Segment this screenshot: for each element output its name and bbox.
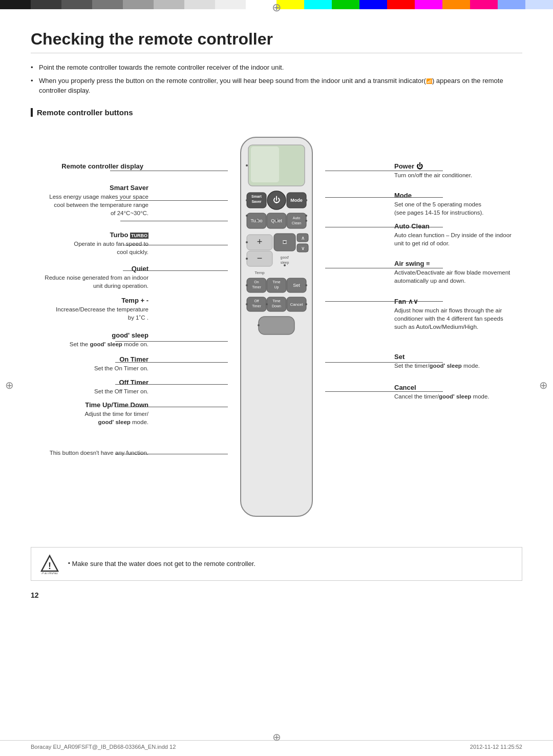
intro-bullets: Point the remote controller towards the … — [31, 62, 522, 96]
label-on-timer: On Timer Set the On Timer on. — [41, 355, 148, 372]
svg-text:∨: ∨ — [301, 245, 305, 251]
svg-text:On: On — [254, 280, 259, 284]
diagram-area: Remote controller display Smart Saver Le… — [31, 132, 522, 532]
svg-rect-2 — [251, 146, 279, 182]
label-set: Set Set the timer/good' sleep mode. — [394, 352, 512, 370]
reg-mark-right: ⊕ — [539, 379, 548, 391]
svg-point-56 — [284, 264, 286, 266]
remote-control: Smart Saver ⏻ Mode Turbo Quiet Auto Clea… — [225, 132, 328, 523]
svg-text:sleep: sleep — [281, 261, 289, 265]
label-auto-clean: Auto Clean Auto clean function – Dry ins… — [394, 222, 512, 247]
connector-autoclean-r — [325, 227, 443, 227]
bullet-1: Point the remote controller towards the … — [31, 62, 522, 73]
svg-point-59 — [266, 303, 268, 305]
svg-text:⏻: ⏻ — [273, 196, 280, 204]
label-good-sleep: good' sleep Set the good' sleep mode on. — [41, 331, 148, 348]
svg-text:Time: Time — [272, 280, 280, 284]
svg-text:Temp: Temp — [254, 270, 265, 275]
svg-point-62 — [305, 199, 307, 201]
caution-text: • Make sure that the water does not get … — [68, 560, 256, 568]
connector-temp — [123, 270, 228, 271]
svg-point-67 — [305, 303, 307, 305]
label-no-function: This button doesn't have any function. — [41, 449, 148, 457]
label-temp: Temp + - Increase/Decrease the temperatu… — [41, 296, 148, 322]
svg-text:Smart: Smart — [251, 195, 262, 198]
svg-point-55 — [246, 258, 248, 260]
label-air-swing: Air swing ≡ Activate/Deactivate air flow… — [394, 259, 512, 285]
svg-text:Cancel: Cancel — [290, 302, 303, 307]
connector-turbo — [120, 221, 228, 221]
svg-text:∧: ∧ — [301, 235, 305, 241]
svg-rect-48 — [259, 317, 294, 334]
connector-display — [110, 171, 228, 171]
footer-right: 2012-11-12 11:25:52 — [470, 744, 522, 750]
connector-time — [115, 407, 228, 407]
connector-good-sleep — [115, 341, 228, 342]
svg-text:Up: Up — [274, 285, 279, 289]
color-bar-left — [0, 0, 276, 9]
svg-text:!: ! — [48, 561, 51, 571]
label-turbo: Turbo TURBO Operate in auto fan speed to… — [41, 230, 148, 256]
svg-text:good': good' — [281, 256, 289, 260]
svg-point-54 — [246, 241, 248, 243]
connector-quiet — [123, 245, 228, 245]
connector-power-r — [325, 171, 443, 171]
reg-mark-top: ⊕ — [272, 1, 281, 14]
bullet-2: When you properly press the button on th… — [31, 76, 522, 96]
svg-point-53 — [275, 220, 278, 222]
svg-point-49 — [246, 164, 248, 166]
connector-smart-saver — [115, 200, 228, 201]
section-heading: Remote controller buttons — [31, 108, 522, 117]
remote-svg: Smart Saver ⏻ Mode Turbo Quiet Auto Clea… — [225, 132, 328, 521]
svg-point-65 — [284, 241, 286, 243]
label-remote-display: Remote controller display — [41, 162, 143, 171]
connector-on-timer — [115, 362, 228, 363]
connector-set-r — [325, 362, 443, 363]
svg-point-51 — [246, 215, 248, 217]
svg-text:Set: Set — [293, 283, 300, 288]
color-bar-right — [276, 0, 553, 9]
connector-airswing-r — [325, 268, 443, 268]
page-number: 12 — [31, 591, 522, 599]
connector-mode-r — [325, 197, 443, 198]
svg-point-60 — [258, 324, 260, 326]
svg-text:CAUTION: CAUTION — [41, 572, 58, 574]
svg-text:Time: Time — [272, 299, 280, 303]
color-bars: ⊕ — [0, 0, 553, 9]
svg-text:+: + — [257, 237, 263, 247]
svg-point-52 — [256, 220, 258, 222]
caution-box: ! CAUTION • Make sure that the water doe… — [31, 547, 522, 581]
svg-text:Timer: Timer — [252, 304, 261, 308]
label-mode: Mode Set one of the 5 operating modes(se… — [394, 191, 512, 217]
label-quiet: Quiet Reduce noise generated from an ind… — [41, 264, 148, 290]
connector-nofunction — [115, 454, 228, 454]
label-off-timer: Off Timer Set the Off Timer on. — [41, 378, 148, 395]
svg-point-63 — [305, 215, 307, 217]
svg-text:Off: Off — [254, 299, 259, 303]
connector-fan-r — [325, 301, 443, 302]
label-time-updown: Time Up/Time Down Adjust the time for ti… — [41, 401, 148, 426]
reg-mark-bottom: ⊕ — [272, 731, 281, 743]
svg-text:−: − — [257, 253, 263, 263]
reg-mark-left: ⊕ — [5, 379, 14, 391]
svg-text:Auto: Auto — [293, 216, 301, 220]
page-title: Checking the remote controller — [31, 30, 522, 53]
svg-text:Timer: Timer — [252, 285, 261, 289]
svg-point-66 — [305, 284, 307, 286]
label-cancel: Cancel Cancel the timer/good' sleep mode… — [394, 383, 512, 401]
svg-point-50 — [246, 199, 248, 201]
label-fan: Fan ∧∨ Adjust how much air flows through… — [394, 297, 512, 331]
page-content: Checking the remote controller Point the… — [0, 9, 553, 620]
svg-rect-14 — [287, 213, 306, 228]
svg-text:Mode: Mode — [290, 198, 303, 203]
svg-point-58 — [246, 303, 248, 305]
svg-text:Clean: Clean — [292, 221, 301, 225]
svg-text:Saver: Saver — [251, 200, 261, 203]
connector-off-timer — [115, 384, 228, 385]
footer-left: Boracay EU_AR09FSFT@_IB_DB68-03366A_EN.i… — [31, 744, 176, 750]
svg-point-57 — [246, 284, 248, 286]
connector-cancel-r — [325, 391, 443, 392]
svg-point-64 — [305, 220, 307, 222]
caution-icon: ! CAUTION — [39, 554, 60, 574]
svg-text:Down: Down — [272, 304, 281, 308]
